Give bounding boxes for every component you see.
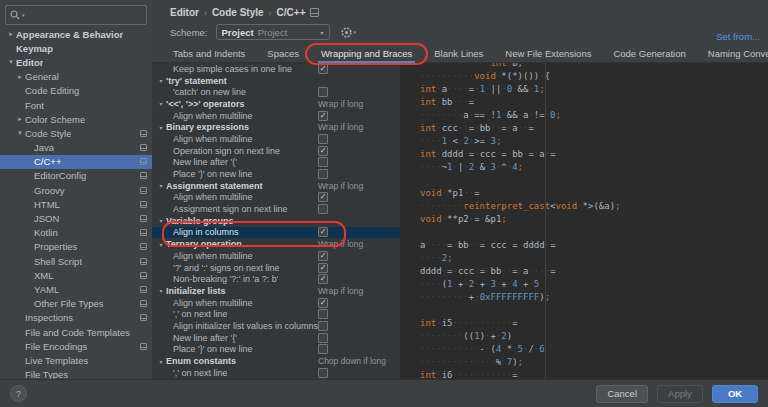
sidebar-item-live-templates[interactable]: Live Templates <box>0 353 152 367</box>
sidebar-item-file-types[interactable]: File Types <box>0 368 152 380</box>
setting-row-operation-sign-on-next-line[interactable]: Operation sign on next line✓ <box>152 145 400 157</box>
tab-naming-convention[interactable]: Naming Convention <box>697 44 768 62</box>
setting-row-try-statement[interactable]: ▾'try' statement <box>152 75 400 87</box>
sidebar-item-code-editing[interactable]: Code Editing <box>0 84 152 98</box>
tab-blank-lines[interactable]: Blank Lines <box>423 44 494 62</box>
chevron-down-icon[interactable]: ▾ <box>156 124 166 131</box>
checkbox-place-on-new-line[interactable] <box>318 344 328 354</box>
setting-row-assignment-statement[interactable]: ▾Assignment statementWrap if long <box>152 180 400 192</box>
setting-row-align-when-multiline[interactable]: Align when multiline <box>152 133 400 145</box>
sidebar-item-kotlin[interactable]: Kotlin <box>0 226 152 240</box>
checkbox-keep-simple-cases-in-one-line[interactable]: ✓ <box>318 64 328 74</box>
wrap-style-value[interactable]: Wrap if long <box>318 286 363 296</box>
chevron-down-icon[interactable]: ▾ <box>15 129 25 137</box>
sidebar-item-appearance-behavior[interactable]: ▸Appearance & Behavior <box>0 27 152 41</box>
chevron-down-icon[interactable]: ▾ <box>156 358 166 365</box>
settings-search-box[interactable]: ▾ <box>5 5 147 25</box>
sidebar-item-editor[interactable]: ▾Editor <box>0 55 152 69</box>
checkbox-operation-sign-on-next-line[interactable]: ✓ <box>318 146 328 156</box>
setting-row-on-next-line[interactable]: ',' on next line <box>152 367 400 379</box>
checkbox-assignment-sign-on-next-line[interactable] <box>318 204 328 214</box>
setting-row-catch-on-new-line[interactable]: 'catch' on new line <box>152 86 400 98</box>
sidebar-item-other-file-types[interactable]: Other File Types <box>0 297 152 311</box>
help-button[interactable]: ? <box>10 385 27 402</box>
checkbox-align-when-multiline[interactable]: ✓ <box>318 298 328 308</box>
chevron-down-icon[interactable]: ▾ <box>156 241 166 248</box>
setting-row-new-line-after[interactable]: New line after '{' <box>152 332 400 344</box>
chevron-down-icon[interactable]: ▾ <box>156 217 166 224</box>
scheme-dropdown[interactable]: Project Project ▾ <box>216 24 330 40</box>
wrap-style-value[interactable]: Wrap if long <box>318 239 363 249</box>
setting-row-align-in-columns[interactable]: Align in columns✓ <box>152 227 400 239</box>
search-history-arrow-icon[interactable]: ▾ <box>22 12 25 18</box>
tab-spaces[interactable]: Spaces <box>256 44 310 62</box>
sidebar-item-c-c[interactable]: C/C++ <box>0 155 152 169</box>
chevron-right-icon[interactable]: ▸ <box>6 30 16 38</box>
checkbox-and-signs-on-next-line[interactable]: ✓ <box>318 263 328 273</box>
cancel-button[interactable]: Cancel <box>596 385 648 403</box>
chevron-down-icon[interactable]: ▾ <box>156 182 166 189</box>
checkbox-align-initializer-list-values-in-columns[interactable] <box>318 321 328 331</box>
checkbox-align-when-multiline[interactable]: ✓ <box>318 111 328 121</box>
set-from-link[interactable]: Set from... <box>716 31 760 42</box>
setting-row-ternary-operation[interactable]: ▾Ternary operationWrap if long <box>152 238 400 250</box>
setting-row-align-when-multiline[interactable]: Align when multiline✓ <box>152 297 400 309</box>
wrap-style-value[interactable]: Wrap if long <box>318 181 363 191</box>
sidebar-item-html[interactable]: HTML <box>0 197 152 211</box>
setting-row-align-when-multiline[interactable]: Align when multiline✓ <box>152 250 400 262</box>
sidebar-item-code-style[interactable]: ▾Code Style <box>0 126 152 140</box>
sidebar-item-json[interactable]: JSON <box>0 211 152 225</box>
wrap-style-value[interactable]: Wrap if long <box>318 99 363 109</box>
checkbox-catch-on-new-line[interactable] <box>318 87 328 97</box>
setting-row-place-on-new-line[interactable]: Place ')' on new line <box>152 168 400 180</box>
sidebar-item-color-scheme[interactable]: ▸Color Scheme <box>0 112 152 126</box>
sidebar-item-file-encodings[interactable]: File Encodings <box>0 339 152 353</box>
breadcrumb-editor[interactable]: Editor <box>170 7 199 18</box>
setting-row-new-line-after[interactable]: New line after '(' <box>152 157 400 169</box>
search-input[interactable] <box>27 9 142 21</box>
chevron-down-icon[interactable]: ▾ <box>156 77 166 84</box>
checkbox-align-when-multiline[interactable]: ✓ <box>318 192 328 202</box>
setting-row-and-signs-on-next-line[interactable]: '?' and ':' signs on next line✓ <box>152 262 400 274</box>
checkbox-new-line-after[interactable] <box>318 157 328 167</box>
tab-code-generation[interactable]: Code Generation <box>602 44 696 62</box>
checkbox-new-line-after[interactable] <box>318 333 328 343</box>
setting-row-align-initializer-list-values-in-columns[interactable]: Align initializer list values in columns <box>152 320 400 332</box>
sidebar-item-java[interactable]: Java <box>0 141 152 155</box>
setting-row-operators[interactable]: ▾'<<', '>>' operatorsWrap if long <box>152 98 400 110</box>
sidebar-item-yaml[interactable]: YAML <box>0 282 152 296</box>
chevron-right-icon[interactable]: ▸ <box>15 115 25 123</box>
ok-button[interactable]: OK <box>712 385 758 403</box>
tab-tabs-and-indents[interactable]: Tabs and Indents <box>162 44 256 62</box>
sidebar-item-font[interactable]: Font <box>0 98 152 112</box>
setting-row-enum-constants[interactable]: ▾Enum constantsChop down if long <box>152 355 400 367</box>
sidebar-item-shell-script[interactable]: Shell Script <box>0 254 152 268</box>
setting-row-keep-simple-cases-in-one-line[interactable]: Keep simple cases in one line✓ <box>152 63 400 75</box>
scheme-actions-button[interactable]: ▾ <box>340 26 357 39</box>
setting-row-align-when-multiline[interactable]: Align when multiline✓ <box>152 110 400 122</box>
sidebar-item-keymap[interactable]: Keymap <box>0 41 152 55</box>
setting-row-initializer-lists[interactable]: ▾Initializer listsWrap if long <box>152 285 400 297</box>
sidebar-item-properties[interactable]: Properties <box>0 240 152 254</box>
tab-new-file-extensions[interactable]: New File Extensions <box>494 44 602 62</box>
wrap-style-value[interactable]: Chop down if long <box>318 356 386 366</box>
code-preview-panel[interactable]: ·············int·b,··········void·*(*)()… <box>400 63 768 379</box>
breadcrumb-code-style[interactable]: Code Style <box>212 7 264 18</box>
chevron-down-icon[interactable]: ▾ <box>6 58 16 66</box>
checkbox-non-breaking-in-a-b[interactable]: ✓ <box>318 274 328 284</box>
breadcrumb-c-cpp[interactable]: C/C++ <box>277 7 306 18</box>
apply-button[interactable]: Apply <box>657 385 703 403</box>
checkbox-align-in-columns[interactable]: ✓ <box>318 227 328 237</box>
tab-wrapping-and-braces[interactable]: Wrapping and Braces <box>310 44 423 62</box>
sidebar-item-inspections[interactable]: Inspections <box>0 311 152 325</box>
sidebar-item-editorconfig[interactable]: EditorConfig <box>0 169 152 183</box>
setting-row-on-next-line[interactable]: ',' on next line <box>152 308 400 320</box>
setting-row-place-on-new-line[interactable]: Place '}' on new line <box>152 344 400 356</box>
sidebar-item-general[interactable]: ▸General <box>0 70 152 84</box>
setting-row-align-when-multiline[interactable]: Align when multiline✓ <box>152 192 400 204</box>
checkbox-on-next-line[interactable] <box>318 309 328 319</box>
setting-row-binary-expressions[interactable]: ▾Binary expressionsWrap if long <box>152 121 400 133</box>
checkbox-on-next-line[interactable] <box>318 368 328 378</box>
checkbox-align-when-multiline[interactable]: ✓ <box>318 251 328 261</box>
sidebar-item-groovy[interactable]: Groovy <box>0 183 152 197</box>
